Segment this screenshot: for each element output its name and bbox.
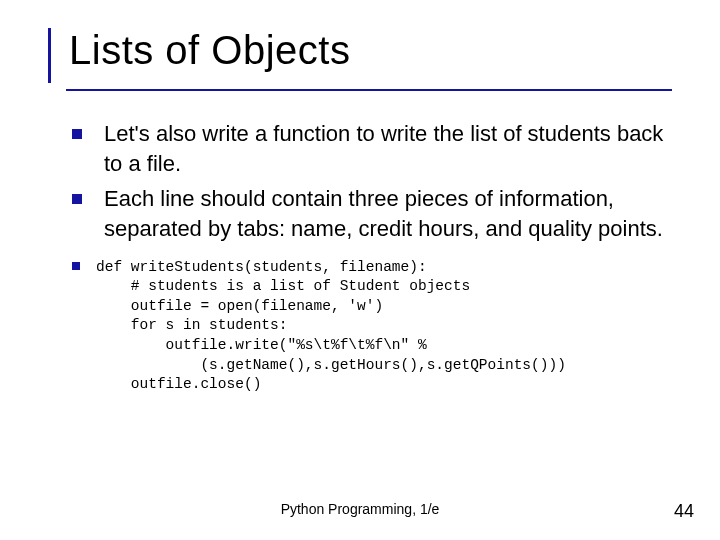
- bullet-item-code: def writeStudents(students, filename): #…: [72, 258, 672, 395]
- bullet-text: Each line should contain three pieces of…: [104, 184, 672, 243]
- slide-title: Lists of Objects: [69, 28, 672, 83]
- square-bullet-icon: [72, 194, 82, 204]
- bullet-text: Let's also write a function to write the…: [104, 119, 672, 178]
- slide: Lists of Objects Let's also write a func…: [0, 0, 720, 540]
- bullet-item: Each line should contain three pieces of…: [72, 184, 672, 243]
- code-block: def writeStudents(students, filename): #…: [96, 258, 566, 395]
- page-number: 44: [674, 501, 694, 522]
- footer-center-text: Python Programming, 1/e: [281, 501, 440, 517]
- content-area: Let's also write a function to write the…: [48, 119, 672, 395]
- square-bullet-icon: [72, 262, 80, 270]
- footer: Python Programming, 1/e 44: [0, 501, 720, 522]
- bullet-item: Let's also write a function to write the…: [72, 119, 672, 178]
- title-underline: [66, 89, 672, 91]
- square-bullet-icon: [72, 129, 82, 139]
- title-wrap: Lists of Objects: [48, 28, 672, 83]
